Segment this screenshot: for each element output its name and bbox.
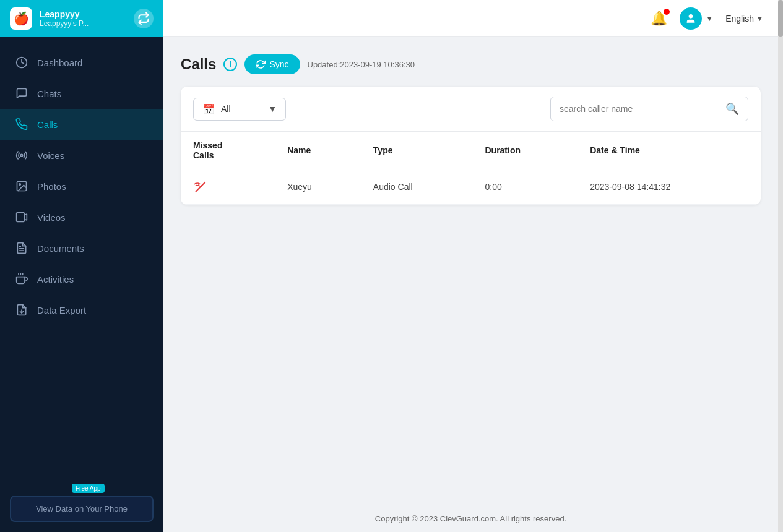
language-selector[interactable]: English ▼ (725, 14, 763, 24)
apple-icon: 🍎 (10, 7, 32, 30)
page-content: Calls i Sync Updated:2023-09-19 10:36:30… (163, 37, 778, 505)
sidebar-label-dashboard: Dashboard (37, 58, 82, 68)
sidebar-label-photos: Photos (37, 181, 66, 192)
sidebar-item-activities[interactable]: Activities (0, 264, 163, 294)
col-datetime: Date & Time (578, 132, 761, 169)
cell-datetime: 2023-09-08 14:41:32 (578, 169, 761, 205)
main-content: 🔔 ▼ English ▼ Calls i (163, 0, 778, 532)
updated-timestamp: Updated:2023-09-19 10:36:30 (308, 60, 415, 69)
calendar-icon: 📅 (202, 103, 215, 115)
sidebar-header: 🍎 Leappyyy Leappyyy's P... (0, 0, 163, 37)
search-box: 🔍 (550, 97, 748, 121)
scrollbar-track[interactable] (778, 0, 783, 532)
sidebar-item-voices[interactable]: Voices (0, 140, 163, 171)
free-app-badge: Free App (72, 484, 105, 493)
photos-icon (15, 179, 28, 193)
footer: Copyright © 2023 ClevGuard.com. All righ… (163, 505, 778, 532)
sidebar-label-documents: Documents (37, 243, 84, 254)
documents-icon (15, 241, 28, 255)
app-info: Leappyyy Leappyyy's P... (40, 9, 89, 28)
sidebar-label-activities: Activities (37, 274, 74, 285)
dashboard-icon (15, 56, 28, 69)
activities-icon (15, 272, 28, 286)
sidebar-item-photos[interactable]: Photos (0, 171, 163, 202)
avatar (680, 7, 702, 30)
sidebar-bottom: Free App View Data on Your Phone (0, 476, 163, 532)
col-missed-calls: Missed Calls (181, 132, 275, 169)
search-icon: 🔍 (725, 102, 739, 116)
sidebar-item-calls[interactable]: Calls (0, 109, 163, 140)
cell-name: Xueyu (275, 169, 361, 205)
cell-type: Audio Call (361, 169, 473, 205)
sidebar-item-data-export[interactable]: Data Export (0, 294, 163, 325)
svg-rect-4 (17, 213, 25, 222)
transfer-icon[interactable] (134, 9, 154, 28)
filter-selected: All (221, 104, 231, 114)
data-table: Missed Calls Name Type Duration Date & T… (181, 131, 761, 205)
notification-icon[interactable]: 🔔 (651, 11, 667, 27)
calls-icon (15, 118, 28, 131)
table-controls: 📅 All ▼ 🔍 (181, 87, 761, 131)
app-sub: Leappyyy's P... (40, 19, 89, 28)
sync-button[interactable]: Sync (244, 54, 300, 74)
language-label: English (725, 14, 754, 24)
sidebar-item-chats[interactable]: Chats (0, 78, 163, 109)
svg-point-1 (20, 154, 22, 156)
lang-chevron-icon: ▼ (756, 15, 763, 22)
topbar: 🔔 ▼ English ▼ (163, 0, 778, 37)
filter-dropdown[interactable]: 📅 All ▼ (193, 98, 286, 121)
sidebar: 🍎 Leappyyy Leappyyy's P... Dashboard (0, 0, 163, 532)
col-duration: Duration (472, 132, 578, 169)
sync-label: Sync (269, 59, 288, 69)
svg-point-10 (689, 14, 693, 18)
missed-call-icon (193, 179, 262, 194)
voices-icon (15, 148, 28, 162)
col-type: Type (361, 132, 473, 169)
svg-point-3 (19, 184, 20, 186)
chevron-down-icon: ▼ (706, 14, 713, 23)
page-header: Calls i Sync Updated:2023-09-19 10:36:30 (181, 54, 761, 74)
page-title: Calls (181, 56, 216, 73)
sidebar-label-voices: Voices (37, 150, 64, 161)
sidebar-item-documents[interactable]: Documents (0, 233, 163, 264)
cell-missed (181, 169, 275, 205)
sidebar-label-data-export: Data Export (37, 305, 86, 315)
data-export-icon (15, 303, 28, 317)
table-card: 📅 All ▼ 🔍 Missed Calls Name Type Duratio… (181, 87, 761, 205)
notification-badge (664, 9, 670, 15)
view-data-button[interactable]: View Data on Your Phone (10, 496, 154, 522)
sidebar-item-videos[interactable]: Videos (0, 202, 163, 233)
sidebar-label-calls: Calls (37, 119, 58, 130)
user-dropdown[interactable]: ▼ (680, 7, 713, 30)
table-header-row: Missed Calls Name Type Duration Date & T… (181, 132, 761, 169)
app-name: Leappyyy (40, 9, 89, 19)
sidebar-label-chats: Chats (37, 88, 61, 99)
scrollbar-thumb[interactable] (778, 0, 783, 37)
col-name: Name (275, 132, 361, 169)
table-row: Xueyu Audio Call 0:00 2023-09-08 14:41:3… (181, 169, 761, 205)
chats-icon (15, 87, 28, 100)
info-icon[interactable]: i (223, 58, 237, 71)
search-input[interactable] (560, 104, 725, 114)
sidebar-item-dashboard[interactable]: Dashboard (0, 47, 163, 78)
cell-duration: 0:00 (472, 169, 578, 205)
filter-chevron-icon: ▼ (268, 104, 277, 114)
sidebar-label-videos: Videos (37, 212, 66, 223)
videos-icon (15, 210, 28, 224)
nav-items: Dashboard Chats Calls (0, 37, 163, 476)
footer-text: Copyright © 2023 ClevGuard.com. All righ… (375, 514, 566, 523)
